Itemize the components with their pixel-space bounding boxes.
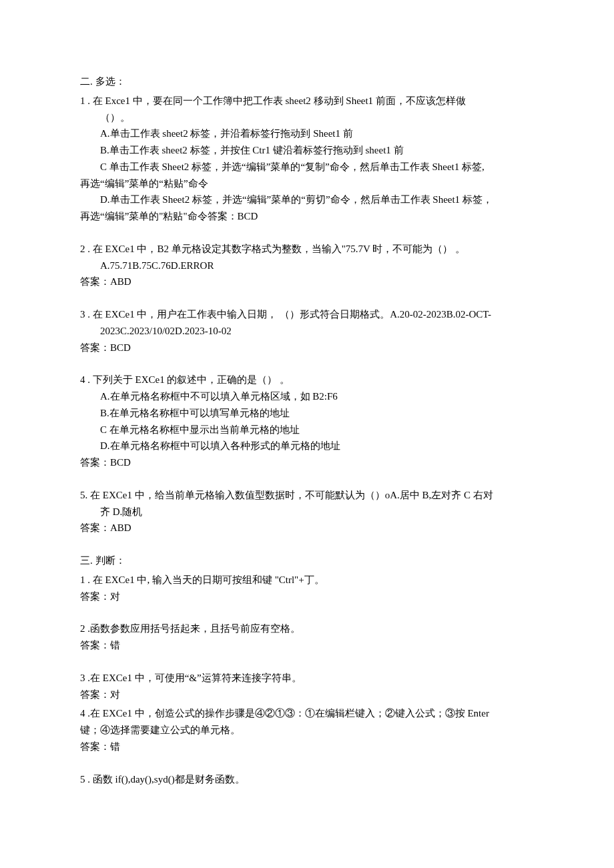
question-s2-2: 2 . 在 EXCe1 中，B2 单元格设定其数字格式为整数，当输入"75.7V… (80, 241, 534, 290)
spacer (80, 607, 534, 620)
question-s3-4: 4 .在 EXCe1 中，创造公式的操作步骤是④②①③：①在编辑栏键入；②键入公… (80, 705, 534, 755)
section-heading: 二. 多选： (80, 73, 534, 90)
option-a: A.单击工作表 sheet2 标签，并沿着标签行拖动到 Sheet1 前 (80, 125, 534, 142)
spacer (80, 539, 534, 552)
answer: 答案：ABD (80, 274, 534, 290)
answer: 答案：BCD (80, 340, 534, 356)
section-heading: 三. 判断： (80, 552, 534, 569)
option-b: B.在单元格名称框中可以填写单元格的地址 (80, 405, 534, 422)
answer: 答案：BCD (80, 454, 534, 471)
answer: 答案：错 (80, 637, 534, 654)
option-c-cont: 再选“编辑”菜单的“粘贴”命令 (80, 175, 534, 192)
q-text: 5 . 函数 if(),day(),syd()都是财务函数。 (80, 771, 534, 788)
q-text: 2 . 在 EXCe1 中，B2 单元格设定其数字格式为整数，当输入"75.7V… (80, 241, 534, 258)
option-d: D.在单元格名称框中可以填入各种形式的单元格的地址 (80, 438, 534, 454)
q-text: （）。 (80, 109, 534, 126)
q-text: 3 .在 EXCe1 中，可使用“&”运算符来连接字符串。 (80, 670, 534, 687)
q-text: 2 .函数参数应用括号括起来，且括号前应有空格。 (80, 620, 534, 637)
question-s3-3: 3 .在 EXCe1 中，可使用“&”运算符来连接字符串。 答案：对 (80, 670, 534, 703)
section-2-header: 二. 多选： (80, 73, 534, 90)
question-s3-1: 1 . 在 EXCe1 中, 输入当天的日期可按组和键 "Ctrl"+丁。 答案… (80, 572, 534, 605)
spacer (80, 758, 534, 771)
spacer (80, 228, 534, 241)
q-text: 齐 D.随机 (80, 504, 534, 520)
section-3-header: 三. 判断： (80, 552, 534, 569)
question-s3-5: 5 . 函数 if(),day(),syd()都是财务函数。 (80, 771, 534, 788)
question-s3-2: 2 .函数参数应用括号括起来，且括号前应有空格。 答案：错 (80, 620, 534, 654)
option-b: B.单击工作表 sheet2 标签，并按住 Ctr1 键沿着标签行拖动到 she… (80, 142, 534, 159)
option-d: D.单击工作表 Sheet2 标签，并选“编辑”菜单的“剪切”命令，然后单击工作… (80, 191, 534, 208)
question-s2-1: 1 . 在 Exce1 中，要在同一个工作簿中把工作表 sheet2 移动到 S… (80, 93, 534, 225)
option-a: A.在单元格名称框中不可以填入单元格区域，如 B2:F6 (80, 388, 534, 405)
document-page: 二. 多选： 1 . 在 Exce1 中，要在同一个工作簿中把工作表 sheet… (0, 0, 614, 868)
q-text: 1 . 在 EXCe1 中, 输入当天的日期可按组和键 "Ctrl"+丁。 (80, 572, 534, 588)
spacer (80, 293, 534, 306)
option-c: C 单击工作表 Sheet2 标签，并选“编辑”菜单的“复制”命令，然后单击工作… (80, 159, 534, 175)
q-text: 1 . 在 Exce1 中，要在同一个工作簿中把工作表 sheet2 移动到 S… (80, 93, 534, 109)
spacer (80, 358, 534, 372)
q-text: 4 .在 EXCe1 中，创造公式的操作步骤是④②①③：①在编辑栏键入；②键入公… (80, 705, 534, 722)
answer: 答案：ABD (80, 520, 534, 536)
q-text: 5. 在 EXCe1 中，给当前单元格输入数值型数据时，不可能默认为（）oA.居… (80, 487, 534, 504)
q-text: 2023C.2023/10/02D.2023-10-02 (80, 323, 534, 340)
question-s2-3: 3 . 在 EXCe1 中，用户在工作表中输入日期， （）形式符合日期格式。A.… (80, 306, 534, 356)
options: A.75.71B.75C.76D.ERROR (80, 258, 534, 274)
spacer (80, 474, 534, 487)
question-s2-5: 5. 在 EXCe1 中，给当前单元格输入数值型数据时，不可能默认为（）oA.居… (80, 487, 534, 536)
answer: 答案：对 (80, 687, 534, 703)
answer: 答案：错 (80, 739, 534, 755)
q-text: 4 . 下列关于 EXCe1 的叙述中，正确的是（） 。 (80, 372, 534, 388)
answer: 答案：对 (80, 588, 534, 605)
spacer (80, 657, 534, 670)
q-text: 3 . 在 EXCe1 中，用户在工作表中输入日期， （）形式符合日期格式。A.… (80, 306, 534, 323)
option-d-answer: 再选“编辑”菜单的"粘贴"命令答案：BCD (80, 208, 534, 225)
option-c: C 在单元格名称框中显示出当前单元格的地址 (80, 422, 534, 438)
question-s2-4: 4 . 下列关于 EXCe1 的叙述中，正确的是（） 。 A.在单元格名称框中不… (80, 372, 534, 471)
q-text: 键；④选择需要建立公式的单元格。 (80, 722, 534, 739)
